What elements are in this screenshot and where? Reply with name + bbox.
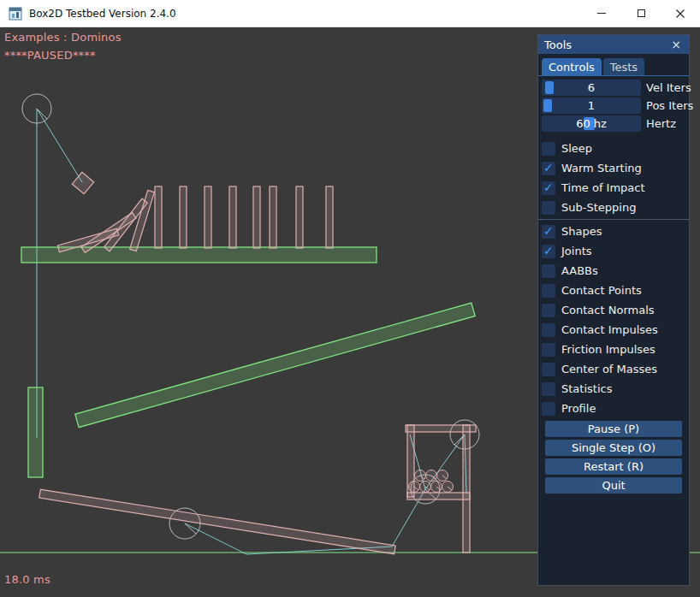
- quit-button[interactable]: Quit: [545, 477, 682, 494]
- checkbox-box: ✓: [542, 284, 555, 298]
- hertz-label: Hertz: [646, 117, 676, 130]
- frame-time-label: 18.0 ms: [4, 573, 50, 586]
- separator: [538, 219, 689, 220]
- checkbox-box: ✓: [542, 363, 555, 376]
- vel-iters-value: 6: [542, 80, 641, 96]
- hertz-slider[interactable]: 60 hz: [542, 115, 641, 132]
- pos-iters-slider-row: 1 Pos Iters: [542, 98, 685, 114]
- domino-platform: [21, 247, 377, 263]
- checkbox-sleep[interactable]: ✓ Sleep: [538, 139, 689, 158]
- example-label: Examples : Dominos: [4, 31, 122, 44]
- checkbox-box: ✓: [542, 402, 555, 416]
- close-icon: [676, 9, 685, 18]
- close-button[interactable]: [661, 0, 700, 27]
- checkbox-center-of-masses[interactable]: ✓ Center of Masses: [538, 359, 689, 379]
- vel-iters-slider-row: 6 Vel Iters: [542, 80, 685, 96]
- hertz-slider-row: 60 hz Hertz: [542, 115, 685, 132]
- tilted-plank: [39, 489, 395, 554]
- tools-close-button[interactable]: ×: [669, 38, 683, 50]
- minimize-icon: [597, 13, 606, 14]
- tools-panel-titlebar[interactable]: Tools ×: [538, 35, 689, 54]
- checkbox-friction-impulses[interactable]: ✓ Friction Impulses: [538, 340, 689, 359]
- pos-iters-slider[interactable]: 1: [542, 98, 641, 114]
- tools-panel-body: 6 Vel Iters 1 Pos Iters 60 hz Hertz: [538, 76, 689, 494]
- checkbox-box: ✓: [542, 323, 555, 337]
- single-step-button[interactable]: Single Step (O): [545, 440, 682, 456]
- vel-iters-slider[interactable]: 6: [542, 80, 641, 96]
- checkbox-profile[interactable]: ✓ Profile: [538, 399, 689, 418]
- tools-tabbar: Controls Tests: [538, 54, 689, 76]
- maximize-icon: [638, 9, 645, 17]
- paused-label: ****PAUSED****: [4, 49, 96, 62]
- hertz-value: 60 hz: [542, 115, 641, 132]
- check-icon: ✓: [543, 180, 554, 194]
- checkbox-sub-stepping[interactable]: ✓ Sub-Stepping: [538, 198, 689, 217]
- sim-checkbox-group: ✓ Sleep ✓ Warm Starting ✓ Time of Impact…: [538, 139, 689, 217]
- checkbox-box: ✓: [542, 162, 555, 175]
- checkbox-aabbs[interactable]: ✓ AABBs: [538, 261, 689, 281]
- window-title: Box2D Testbed Version 2.4.0: [29, 8, 176, 20]
- left-vertical-wall: [28, 387, 43, 477]
- checkbox-box: ✓: [542, 181, 555, 195]
- pause-button[interactable]: Pause (P): [545, 421, 682, 437]
- checkbox-joints[interactable]: ✓ Joints: [538, 241, 689, 261]
- pos-iters-label: Pos Iters: [646, 99, 693, 112]
- restart-button[interactable]: Restart (R): [545, 458, 682, 475]
- maximize-button[interactable]: [621, 0, 661, 27]
- checkbox-box: ✓: [542, 343, 555, 357]
- action-buttons: Pause (P) Single Step (O) Restart (R) Qu…: [538, 421, 689, 494]
- checkbox-box: ✓: [542, 201, 555, 215]
- tools-panel: Tools × Controls Tests 6 Vel Iters 1 Pos…: [537, 34, 690, 586]
- app-icon: [9, 7, 22, 21]
- checkbox-contact-points[interactable]: ✓ Contact Points: [538, 281, 689, 300]
- tab-tests[interactable]: Tests: [603, 58, 644, 75]
- minimize-button[interactable]: [582, 0, 621, 27]
- checkbox-shapes[interactable]: ✓ Shapes: [538, 222, 689, 241]
- checkbox-box: ✓: [542, 142, 555, 156]
- app-window: Box2D Testbed Version 2.4.0: [0, 0, 700, 597]
- checkbox-time-of-impact[interactable]: ✓ Time of Impact: [538, 178, 689, 198]
- checkbox-box: ✓: [542, 225, 555, 239]
- vel-iters-label: Vel Iters: [646, 81, 691, 94]
- draw-checkbox-group: ✓ Shapes ✓ Joints ✓ AABBs ✓ Contact Poin…: [538, 222, 689, 418]
- window-titlebar[interactable]: Box2D Testbed Version 2.4.0: [0, 0, 700, 27]
- checkbox-warm-starting[interactable]: ✓ Warm Starting: [538, 158, 689, 178]
- pos-iters-value: 1: [542, 98, 641, 114]
- upright-dominoes: [155, 186, 333, 248]
- basket-balls: [409, 470, 454, 493]
- check-icon: ✓: [543, 161, 554, 174]
- window-controls: [582, 0, 700, 27]
- tab-controls[interactable]: Controls: [542, 58, 602, 75]
- check-icon: ✓: [543, 244, 554, 257]
- tools-panel-title: Tools: [544, 38, 572, 51]
- checkbox-box: ✓: [542, 304, 555, 317]
- checkbox-box: ✓: [542, 382, 555, 396]
- check-icon: ✓: [543, 224, 554, 238]
- checkbox-statistics[interactable]: ✓ Statistics: [538, 379, 689, 399]
- diagonal-ramp: [75, 303, 475, 428]
- checkbox-box: ✓: [542, 245, 555, 258]
- fallen-dominoes: [57, 190, 154, 252]
- checkbox-contact-impulses[interactable]: ✓ Contact Impulses: [538, 320, 689, 340]
- checkbox-box: ✓: [542, 264, 555, 278]
- checkbox-contact-normals[interactable]: ✓ Contact Normals: [538, 300, 689, 320]
- swinging-box: [72, 172, 93, 193]
